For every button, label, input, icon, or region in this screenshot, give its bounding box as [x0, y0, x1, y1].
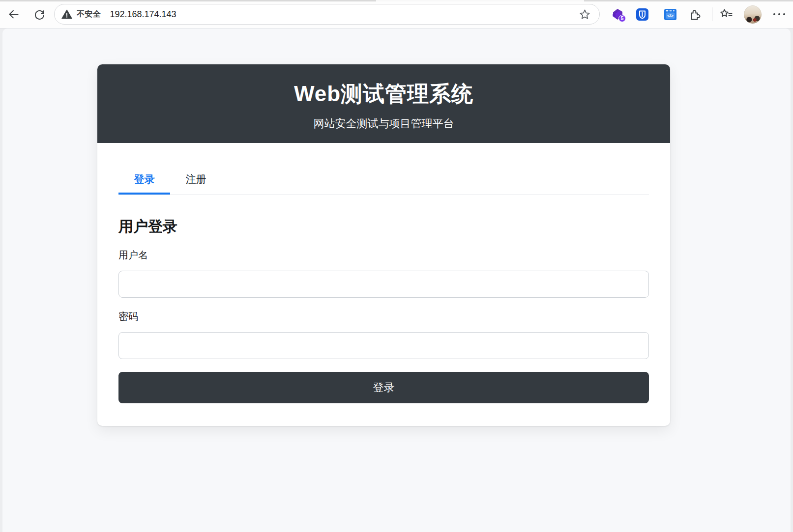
card-body: 登录 注册 用户登录 用户名 密码 登录	[97, 143, 670, 426]
toolbar-divider	[712, 7, 712, 21]
bitwarden-shield-icon	[636, 8, 649, 21]
favorites-star-list-icon	[719, 8, 734, 21]
login-card: Web测试管理系统 网站安全测试与项目管理平台 登录 注册 用户登录 用户名 密…	[97, 64, 670, 426]
page-viewport: Web测试管理系统 网站安全测试与项目管理平台 登录 注册 用户登录 用户名 密…	[2, 28, 791, 532]
star-icon	[579, 8, 591, 21]
browser-toolbar: 不安全 192.168.174.143 5	[0, 0, 793, 28]
extension-code-button[interactable]: </>	[661, 5, 679, 23]
ellipsis-icon	[773, 13, 785, 15]
app-subtitle: 网站安全测试与项目管理平台	[97, 116, 670, 131]
auth-tabs: 登录 注册	[118, 168, 649, 195]
warning-icon	[61, 9, 72, 19]
purple-extension-icon: 5	[611, 7, 624, 21]
extension-bitwarden-button[interactable]	[633, 5, 651, 23]
back-button[interactable]	[5, 5, 23, 23]
avatar	[744, 5, 762, 24]
active-tab-bottom	[376, 0, 584, 1]
favorites-button[interactable]	[717, 5, 735, 23]
password-label: 密码	[118, 310, 649, 323]
tab-register[interactable]: 注册	[170, 168, 222, 195]
username-input[interactable]	[118, 271, 649, 298]
tab-login[interactable]: 登录	[118, 168, 170, 195]
card-header: Web测试管理系统 网站安全测试与项目管理平台	[97, 64, 670, 143]
browser-menu-button[interactable]	[770, 5, 788, 23]
site-security-chip[interactable]: 不安全	[61, 9, 106, 20]
address-bar[interactable]: 不安全 192.168.174.143	[54, 4, 600, 25]
extension-purple-button[interactable]: 5	[609, 5, 626, 23]
url-text: 192.168.174.143	[110, 9, 577, 20]
username-label: 用户名	[118, 249, 649, 262]
code-glyph: </>	[667, 13, 673, 18]
profile-button[interactable]	[744, 5, 762, 23]
reload-button[interactable]	[30, 5, 48, 23]
reload-icon	[33, 8, 46, 21]
password-input[interactable]	[118, 332, 649, 359]
login-submit-button[interactable]: 登录	[118, 372, 649, 403]
extension-badge: 5	[618, 15, 626, 22]
extensions-menu-button[interactable]	[686, 5, 704, 23]
form-heading: 用户登录	[118, 217, 649, 237]
bookmark-star-button[interactable]	[577, 6, 592, 22]
puzzle-icon	[688, 8, 702, 21]
code-window-icon: </>	[664, 8, 677, 21]
security-label: 不安全	[77, 9, 101, 20]
back-icon	[7, 8, 20, 21]
app-title: Web测试管理系统	[97, 64, 670, 109]
